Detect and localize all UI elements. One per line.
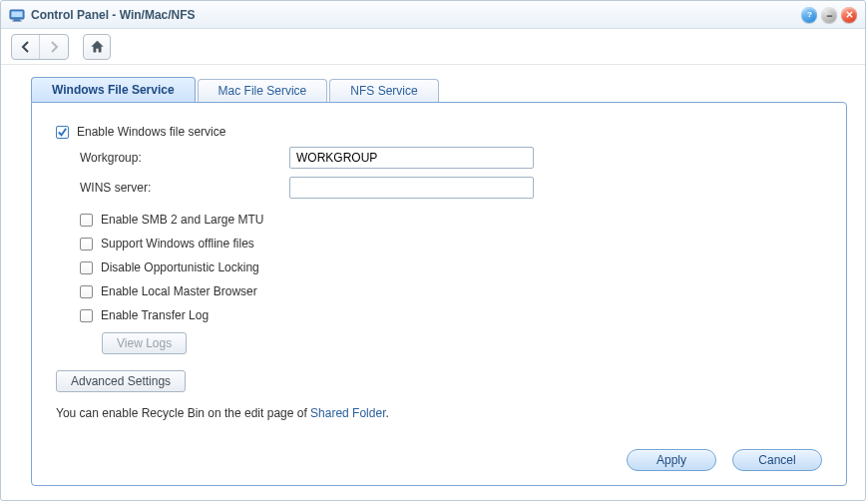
master-browser-checkbox[interactable] <box>80 285 93 298</box>
wins-label: WINS server: <box>80 181 289 195</box>
minimize-button[interactable] <box>821 7 837 23</box>
svg-text:?: ? <box>807 10 812 19</box>
help-button[interactable]: ? <box>801 7 817 23</box>
transfer-log-checkbox[interactable] <box>80 309 93 322</box>
enable-service-row: Enable Windows file service <box>56 125 822 139</box>
smb2-checkbox[interactable] <box>80 214 93 227</box>
workgroup-row: Workgroup: <box>80 147 822 169</box>
control-panel-window: Control Panel - Win/Mac/NFS ? <box>0 0 866 501</box>
enable-service-checkbox[interactable] <box>56 126 69 139</box>
tab-windows-file-service[interactable]: Windows File Service <box>31 77 196 102</box>
svg-rect-3 <box>13 20 22 21</box>
svg-rect-1 <box>12 11 23 17</box>
app-icon <box>9 7 25 23</box>
cancel-button[interactable]: Cancel <box>732 449 822 471</box>
workgroup-input[interactable] <box>289 147 534 169</box>
smb2-label: Enable SMB 2 and Large MTU <box>101 213 263 227</box>
svg-rect-5 <box>826 15 831 16</box>
apply-button[interactable]: Apply <box>627 449 716 471</box>
nav-back-forward-group <box>11 34 69 60</box>
wins-input[interactable] <box>289 177 534 199</box>
title-bar: Control Panel - Win/Mac/NFS ? <box>1 1 865 29</box>
window-title: Control Panel - Win/Mac/NFS <box>31 8 801 22</box>
tab-panel-windows: Enable Windows file service Workgroup: W… <box>31 102 847 486</box>
transfer-log-label: Enable Transfer Log <box>101 308 209 322</box>
oplock-label: Disable Opportunistic Locking <box>101 260 259 274</box>
window-controls: ? <box>801 7 857 23</box>
wins-row: WINS server: <box>80 177 822 199</box>
shared-folder-link[interactable]: Shared Folder <box>310 406 385 420</box>
offline-files-label: Support Windows offline files <box>101 237 254 251</box>
workgroup-label: Workgroup: <box>80 151 289 165</box>
nav-forward-button[interactable] <box>40 35 68 59</box>
tab-nfs-service[interactable]: NFS Service <box>329 79 438 103</box>
oplock-checkbox[interactable] <box>80 261 93 274</box>
nav-home-button[interactable] <box>83 34 111 60</box>
content-area: Windows File Service Mac File Service NF… <box>1 65 865 500</box>
close-button[interactable] <box>841 7 857 23</box>
enable-service-label: Enable Windows file service <box>77 125 225 139</box>
hint-text: You can enable Recycle Bin on the edit p… <box>56 406 822 420</box>
view-logs-button[interactable]: View Logs <box>102 332 187 354</box>
tabs: Windows File Service Mac File Service NF… <box>31 77 847 102</box>
offline-files-checkbox[interactable] <box>80 238 93 251</box>
options-group: Enable SMB 2 and Large MTU Support Windo… <box>80 213 822 354</box>
advanced-settings-button[interactable]: Advanced Settings <box>56 370 186 392</box>
footer-buttons: Apply Cancel <box>56 449 822 471</box>
nav-back-button[interactable] <box>12 35 40 59</box>
master-browser-label: Enable Local Master Browser <box>101 284 257 298</box>
nav-toolbar <box>1 29 865 65</box>
tab-mac-file-service[interactable]: Mac File Service <box>198 79 328 103</box>
